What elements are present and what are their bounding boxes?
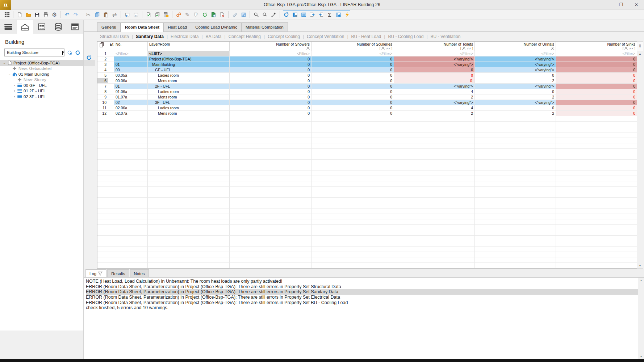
cell-9-toilets[interactable]: 2 [394,94,475,100]
cell-3-urinals[interactable]: <"varying"> [475,62,556,67]
file-check-icon[interactable] [144,10,153,19]
chevron-down-icon[interactable]: ⌄ [7,72,12,76]
column-header-no[interactable]: No. [114,42,148,51]
cell-11-toilets[interactable]: 4 [394,105,475,111]
scroll-track[interactable] [637,56,643,263]
row-number[interactable] [97,247,108,252]
column-header-toilets[interactable]: Number of Toilets[✓✓] [394,42,475,51]
column-header-rownum[interactable] [97,42,108,51]
cell-2-room[interactable]: Project (Office-Bsp-TGA) [148,56,230,62]
cut-icon[interactable]: ✂ [84,10,93,19]
log-scroll-down-arrow[interactable]: ▼ [638,354,644,359]
cell-9-no[interactable]: 01.07a [114,94,148,100]
log-line-3[interactable]: ERROR (Room Data Sheet, Parameterization… [86,289,638,295]
sub-tab-concept-heating[interactable]: Concept Heating [226,34,264,39]
cell-3-et[interactable] [108,62,114,67]
row-number[interactable] [97,181,108,187]
tree-item-00-gf-ufl[interactable]: ›00 GF - UFL [0,83,83,88]
row-number[interactable] [97,214,108,219]
cell-9-room[interactable]: Mens room [148,94,230,100]
cell-5-sculleries[interactable]: 0 [311,73,394,78]
ruler-icon[interactable] [230,10,239,19]
open-folder-icon[interactable] [24,10,33,19]
cell-7-room[interactable]: 2F - UFL [148,84,230,89]
tree-item-01-2f-ufl[interactable]: ›01 2F - UFL [0,88,83,94]
search-select-icon[interactable] [260,10,269,19]
eyedropper-icon[interactable] [269,10,278,19]
save-icon[interactable] [33,10,41,19]
row-number[interactable] [97,116,108,122]
log-line-1[interactable]: NOTE (Heat Load, Load Calculation) in Un… [86,279,638,284]
cell-4-showers[interactable]: 0 [230,67,311,73]
cell-12-showers[interactable]: 0 [230,111,311,116]
cell-2-toilets[interactable]: <"varying"> [394,56,475,62]
cell-11-showers[interactable]: 0 [230,105,311,111]
cell-1-sinks[interactable]: <Filter> [556,51,637,56]
files-check-icon[interactable] [153,10,162,19]
cell-1-no[interactable]: <Filter> [114,51,148,56]
print-icon[interactable] [41,10,50,19]
cell-12-et[interactable] [108,111,114,116]
row-number[interactable] [97,176,108,181]
filter-funnel-icon[interactable] [98,272,103,276]
row-number[interactable] [97,263,108,268]
row-number[interactable] [97,127,108,132]
cell-3-sinks[interactable]: 0 [556,62,637,67]
row-number[interactable] [97,138,108,143]
sub-tab-ba-data[interactable]: BA Data [203,34,225,39]
row-number[interactable] [97,171,108,176]
refresh-green-icon[interactable] [200,10,209,19]
cell-6-sinks[interactable]: 0 [556,78,637,84]
sub-tab-concept-cooling[interactable]: Concept Cooling [265,34,303,39]
copy-icon[interactable] [93,10,101,19]
minimize-button[interactable]: – [598,0,614,9]
tree-item-new-storey[interactable]: ✚New: Storey [0,77,83,83]
cell-2-sinks[interactable]: 0 [556,56,637,62]
sheet-sync-icon[interactable] [209,10,218,19]
redo-icon[interactable]: ↷ [71,10,80,19]
sum-icon[interactable]: Σ [325,10,334,19]
cell-4-toilets[interactable]: 0 [394,67,475,73]
cell-9-urinals[interactable]: 2 [475,94,556,100]
cell-2-no[interactable] [114,56,148,62]
sub-tab-sanitary-data[interactable]: Sanitary Data [133,34,167,39]
cell-1-urinals[interactable]: <Filter> [475,51,556,56]
cell-3-showers[interactable]: 0 [230,62,311,67]
main-tab-room-data-sheet[interactable]: Room Data Sheet [121,22,164,32]
cell-6-room[interactable]: Mens room [148,78,230,84]
row-number[interactable]: 12 [97,111,108,116]
row-number[interactable] [97,143,108,149]
table-scrollbar[interactable]: ≡▼ ▲ ▼ [637,41,643,269]
scroll-up-arrow[interactable]: ▲ [637,51,643,56]
search-icon[interactable] [252,10,260,19]
check-list-icon[interactable] [299,10,308,19]
tree-item-01-main-building[interactable]: ⌄01 Main Building [0,71,83,77]
cell-8-no[interactable]: 01.06a [114,89,148,94]
row-number[interactable] [97,187,108,192]
tree-item-new-geb-udeteil[interactable]: ✚New: Gebäudeteil [0,66,83,72]
cell-3-toilets[interactable]: <"varying"> [394,62,475,67]
log-line-4[interactable]: ERROR (Room Data Sheet, Parameterization… [86,295,638,300]
log-tab-results[interactable]: Results [107,269,129,277]
row-number[interactable]: 3 [97,62,108,67]
chevron-right-icon[interactable]: › [12,95,17,98]
cell-1-showers[interactable]: <Filter> [230,51,311,56]
sidebar-tab-report[interactable] [67,20,83,34]
row-number[interactable] [97,165,108,171]
cell-8-sinks[interactable]: 0 [556,89,637,94]
tag-one-icon[interactable]: 1 [192,10,200,19]
cell-5-toilets[interactable]: 0 [394,73,475,78]
column-filter-button[interactable]: ≡▼ [637,42,643,51]
cell-12-toilets[interactable]: 2 [394,111,475,116]
sub-tab-bu-cooling-load[interactable]: BU - Cooling Load [385,34,426,39]
cell-8-toilets[interactable]: 4 [394,89,475,94]
page-remove-icon[interactable] [218,10,226,19]
row-number[interactable] [97,122,108,127]
chevron-down-icon[interactable]: ⌄ [2,61,7,65]
cell-10-room[interactable]: 3F - UFL [148,100,230,105]
cell-11-sinks[interactable]: 0 [556,105,637,111]
cell-3-no[interactable]: 01 [114,62,148,67]
cell-4-et[interactable] [108,67,114,73]
cell-10-toilets[interactable]: <"varying"> [394,100,475,105]
cell-10-showers[interactable]: 0 [230,100,311,105]
